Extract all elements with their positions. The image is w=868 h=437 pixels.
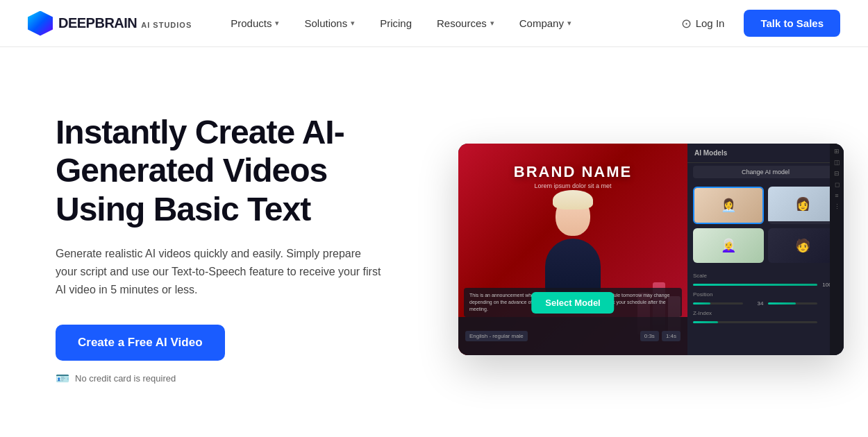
z-index-slider[interactable] [693, 321, 817, 323]
logo-text-wrap: DEEPBRAIN AI STUDIOS [58, 15, 192, 31]
model-card-3[interactable]: 👩‍🦳 [693, 228, 764, 263]
nav-item-solutions[interactable]: Solutions ▾ [293, 12, 366, 35]
model-thumb-4: 🧑 [768, 228, 839, 263]
hero-description: Generate realistic AI videos quickly and… [56, 245, 382, 300]
pos-x-value: 34 [747, 300, 764, 307]
pos-x-slider[interactable] [693, 302, 743, 305]
chevron-down-icon: ▾ [490, 19, 494, 28]
tool-icon-2[interactable]: ◫ [834, 159, 840, 166]
scale-row: 100 % [693, 282, 838, 288]
time-tag-1: 0:3s [640, 331, 659, 341]
z-index-fill [693, 321, 718, 323]
brand-sub-text: Lorem ipsum dolor sit a met [458, 182, 687, 189]
controls-area: Scale 100 % Position 34 [687, 268, 844, 355]
toolbar-icons: ⊞ ◫ ⊟ ◻ ≡ ⋮ [830, 144, 844, 355]
chevron-down-icon: ▾ [275, 19, 279, 28]
brand-overlay: BRAND NAME Lorem ipsum dolor sit a met [458, 163, 687, 189]
scale-slider[interactable] [693, 284, 817, 286]
scale-section-header: Scale [693, 273, 838, 279]
scale-slider-fill [693, 284, 817, 286]
nav-right: ⊙ Log In Talk to Sales [673, 10, 840, 37]
pos-y-fill [768, 302, 796, 305]
hero-screenshot: BRAND NAME Lorem ipsum dolor sit a met [458, 144, 844, 355]
chevron-down-icon: ▾ [351, 19, 355, 28]
logo-ai-studios: AI STUDIOS [141, 21, 192, 29]
presenter-head [556, 196, 590, 236]
change-model-button[interactable]: Change AI model [693, 166, 838, 178]
tool-icon-6[interactable]: ⋮ [834, 203, 840, 210]
model-card-4[interactable]: 🧑 [768, 228, 839, 263]
create-free-video-button[interactable]: Create a Free AI Video [56, 325, 225, 361]
navigation: DEEPBRAIN AI STUDIOS Products ▾ Solution… [0, 0, 868, 47]
presenter-hair [553, 190, 593, 209]
tool-icon-1[interactable]: ⊞ [834, 148, 840, 155]
position-section-header: Position [693, 291, 838, 298]
tool-icon-5[interactable]: ≡ [835, 192, 838, 199]
model-card-1[interactable]: 👩‍💼 [693, 187, 764, 224]
logo[interactable]: DEEPBRAIN AI STUDIOS [28, 11, 192, 36]
hero-title: Instantly Create AI-Generated Videos Usi… [56, 113, 417, 228]
tool-icon-4[interactable]: ◻ [835, 181, 840, 188]
nav-item-resources[interactable]: Resources ▾ [426, 12, 506, 35]
time-tag-2: 1:4s [662, 331, 681, 341]
position-row: 34 56 [693, 300, 838, 307]
video-controls-bar: English - regular male 0:3s 1:4s [458, 317, 687, 355]
credit-card-icon: 🪪 [56, 372, 69, 385]
brand-name-text: BRAND NAME [458, 163, 687, 181]
models-panel-header: AI Models [687, 144, 844, 163]
logo-brand-name: DEEPBRAIN [58, 15, 137, 31]
pos-x-fill [693, 302, 710, 305]
presenter-panel: BRAND NAME Lorem ipsum dolor sit a met [458, 144, 687, 355]
time-tags: 0:3s 1:4s [640, 331, 681, 341]
models-grid: 👩‍💼 👩 👩‍🦳 🧑 [687, 181, 844, 268]
nav-item-company[interactable]: Company ▾ [508, 12, 583, 35]
model-thumb-2: 👩 [768, 187, 839, 221]
z-index-section-header: Z-Index [693, 310, 838, 316]
tool-icon-3[interactable]: ⊟ [834, 170, 840, 177]
select-model-button[interactable]: Select Model [531, 292, 614, 314]
app-preview: BRAND NAME Lorem ipsum dolor sit a met [458, 144, 844, 355]
nav-links: Products ▾ Solutions ▾ Pricing Resources… [219, 12, 672, 35]
model-thumb-1: 👩‍💼 [694, 188, 762, 223]
no-credit-card-notice: 🪪 No credit card is required [56, 372, 417, 385]
language-tag: English - regular male [465, 331, 528, 341]
main-content: Instantly Create AI-Generated Videos Usi… [0, 47, 868, 437]
change-model-row: Change AI model [687, 163, 844, 181]
hero-text: Instantly Create AI-Generated Videos Usi… [56, 113, 417, 385]
user-icon: ⊙ [681, 16, 692, 31]
nav-item-products[interactable]: Products ▾ [219, 12, 290, 35]
model-card-2[interactable]: 👩 [768, 187, 839, 224]
login-button[interactable]: ⊙ Log In [673, 10, 733, 37]
model-thumb-3: 👩‍🦳 [693, 228, 764, 263]
talk-to-sales-button[interactable]: Talk to Sales [744, 10, 840, 37]
chevron-down-icon: ▾ [567, 19, 571, 28]
logo-icon [28, 11, 53, 36]
nav-item-pricing[interactable]: Pricing [369, 12, 423, 35]
models-panel: AI Models Change AI model 👩‍💼 👩 👩‍🦳 [687, 144, 844, 355]
pos-y-slider[interactable] [768, 302, 818, 305]
z-index-row: 1 [693, 319, 838, 325]
